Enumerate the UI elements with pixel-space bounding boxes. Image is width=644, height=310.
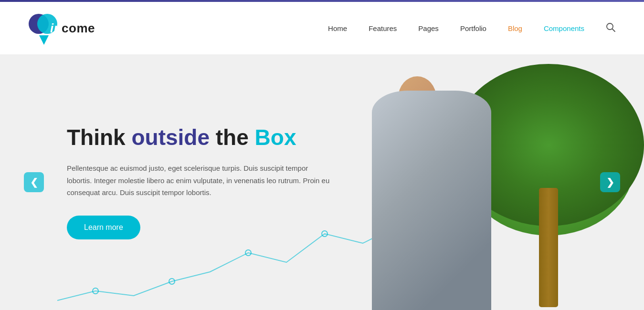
svg-line-1: [612, 29, 615, 31]
nav-portfolio[interactable]: Portfolio: [460, 24, 486, 32]
hero-next-arrow[interactable]: ❯: [600, 172, 620, 192]
logo[interactable]: income: [29, 11, 95, 45]
logo-text-in: in: [50, 21, 62, 35]
nav-features[interactable]: Features: [369, 24, 397, 32]
hero-description: Pellentesque ac euismod justo, eget scel…: [67, 162, 334, 199]
person-body: [358, 81, 491, 310]
nav-blog[interactable]: Blog: [508, 24, 522, 32]
hero-title-the: the: [210, 125, 255, 150]
logo-text: income: [50, 21, 95, 36]
logo-text-rest: come: [62, 21, 95, 35]
person-torso: [372, 91, 491, 310]
hero-content: Think outside the Box Pellentesque ac eu…: [0, 125, 334, 239]
hero-title: Think outside the Box: [67, 125, 334, 150]
hero-section: ❮ Think outside the Box Pellentesque ac …: [0, 54, 644, 310]
logo-tail: [39, 35, 49, 45]
hero-image-area: [334, 54, 644, 310]
search-icon[interactable]: [606, 22, 615, 34]
nav-home[interactable]: Home: [328, 24, 347, 32]
hero-title-outside: outside: [131, 125, 210, 150]
nav-components[interactable]: Components: [544, 24, 584, 32]
hero-title-think: Think: [67, 125, 131, 150]
hero-prev-arrow[interactable]: ❮: [24, 172, 44, 192]
header: income Home Features Pages Portfolio Blo…: [0, 2, 644, 54]
nav-pages[interactable]: Pages: [418, 24, 439, 32]
tree-trunk: [539, 188, 558, 307]
hero-title-box: Box: [255, 125, 296, 150]
person-figure: [358, 81, 491, 310]
main-nav: Home Features Pages Portfolio Blog Compo…: [328, 22, 615, 34]
learn-more-button[interactable]: Learn more: [67, 216, 140, 239]
